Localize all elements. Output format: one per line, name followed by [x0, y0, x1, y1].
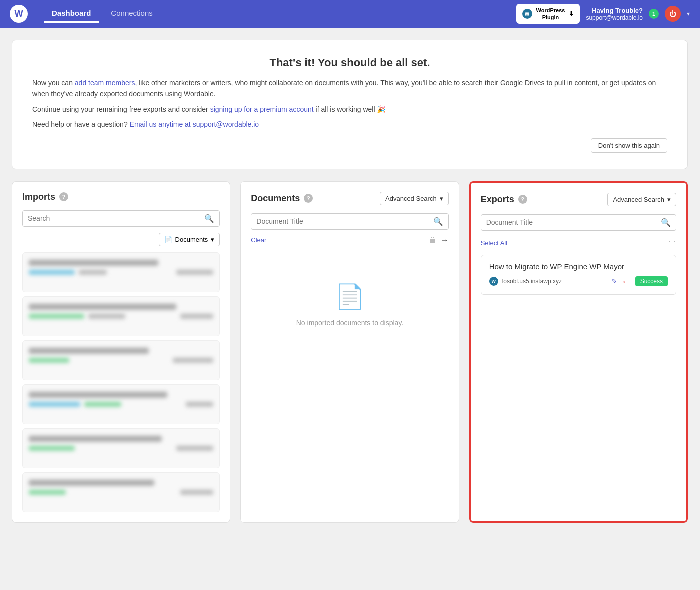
blur-status-6 [180, 490, 214, 495]
wordpress-icon: W [522, 9, 532, 19]
documents-search-input[interactable] [256, 218, 429, 226]
doc-arrow-icon[interactable]: → [441, 236, 449, 245]
trouble-label: Having Trouble? [586, 7, 643, 14]
docs-filter-chevron: ▾ [211, 236, 214, 244]
select-all-link[interactable]: Select All [481, 240, 508, 247]
documents-header: Documents ? Advanced Search ▾ [251, 192, 448, 206]
documents-empty-state: 📄 No imported documents to display. [251, 253, 448, 357]
premium-account-link[interactable]: signing up for a premium account [210, 106, 314, 114]
exports-trash-icon[interactable]: 🗑 [668, 239, 676, 248]
documents-clear-link[interactable]: Clear [251, 236, 266, 244]
logo: W [10, 5, 28, 23]
imports-title-group: Imports ? [22, 192, 68, 202]
exports-title-group: Exports ? [481, 194, 528, 205]
exports-search-button[interactable]: 🔍 [661, 218, 671, 228]
blur-status-3 [173, 358, 214, 363]
select-all-row: Select All 🗑 [481, 237, 676, 250]
documents-adv-search-chevron: ▾ [440, 195, 444, 202]
export-edit-icon[interactable]: ✎ [612, 278, 618, 286]
exports-header: Exports ? Advanced Search ▾ [481, 193, 676, 206]
welcome-title: That's it! You should be all set. [32, 56, 668, 70]
blur-title-2 [29, 304, 176, 310]
support-area: Having Trouble? support@wordable.io [586, 7, 643, 22]
account-dropdown-arrow[interactable]: ▾ [687, 10, 690, 18]
blur-meta-1 [79, 270, 106, 275]
documents-search-box: 🔍 [251, 214, 448, 230]
blur-title-3 [29, 348, 149, 354]
blur-tag-4b [84, 402, 122, 407]
power-button[interactable]: ⏻ [665, 6, 681, 22]
imports-search-box: 🔍 [22, 210, 220, 227]
download-icon: ⬇ [569, 10, 574, 18]
imports-header: Imports ? [22, 192, 220, 202]
documents-title: Documents [251, 194, 300, 204]
documents-advanced-search-button[interactable]: Advanced Search ▾ [380, 192, 449, 206]
docs-filter-row: 📄 Documents ▾ [22, 233, 220, 246]
export-status-badge: Success [636, 276, 668, 286]
main-content: That's it! You should be all set. Now yo… [0, 28, 700, 535]
imports-panel: Imports ? 🔍 📄 Documents ▾ [12, 182, 230, 523]
blur-title-5 [29, 436, 162, 442]
documents-empty-message: No imported documents to display. [296, 319, 404, 327]
blur-tag-5 [29, 446, 75, 451]
export-arrow-icon: ← [622, 276, 632, 288]
support-email: support@wordable.io [586, 14, 643, 22]
email-support-link[interactable]: Email us anytime at support@wordable.io [130, 120, 260, 128]
imports-help-icon[interactable]: ? [60, 192, 68, 202]
doc-actions: 🗑 → [429, 236, 449, 245]
export-item-meta: W losobl.us5.instawp.xyz ✎ ← Success [490, 276, 668, 288]
navbar: W Dashboard Connections W WordPressPlugi… [0, 0, 700, 28]
blur-status-2 [180, 314, 214, 319]
blur-title-6 [29, 480, 154, 486]
exports-search-box: 🔍 [481, 214, 676, 231]
imports-list [22, 252, 220, 512]
add-team-members-link[interactable]: add team members [75, 79, 136, 87]
blur-tag-3 [29, 358, 70, 363]
import-item[interactable] [22, 428, 220, 468]
blur-tag-1 [29, 270, 75, 275]
blur-meta-2 [88, 314, 126, 319]
docs-filter-button[interactable]: 📄 Documents ▾ [159, 233, 220, 246]
docs-filter-label: Documents [176, 236, 208, 244]
notification-badge[interactable]: 1 [649, 9, 659, 19]
imports-title: Imports [22, 192, 56, 202]
blur-status-4 [186, 402, 214, 407]
docs-icon: 📄 [164, 236, 172, 244]
nav-dashboard[interactable]: Dashboard [44, 5, 99, 23]
blur-status-1 [176, 270, 214, 275]
documents-empty-icon: 📄 [335, 283, 365, 311]
nav-links: Dashboard Connections [44, 5, 500, 23]
exports-adv-search-label: Advanced Search [613, 196, 664, 204]
panels-row: Imports ? 🔍 📄 Documents ▾ [12, 182, 688, 523]
import-item[interactable] [22, 252, 220, 292]
navbar-right: W WordPressPlugin ⬇ Having Trouble? supp… [516, 4, 690, 24]
blur-title-4 [29, 392, 168, 398]
documents-help-icon[interactable]: ? [304, 194, 313, 203]
import-item[interactable] [22, 340, 220, 380]
exports-title: Exports [481, 194, 514, 205]
documents-adv-search-label: Advanced Search [386, 195, 437, 202]
exports-help-icon[interactable]: ? [518, 195, 528, 204]
blur-title-1 [29, 260, 158, 266]
doc-trash-icon[interactable]: 🗑 [429, 236, 437, 245]
welcome-line1: Now you can add team members, like other… [32, 78, 668, 100]
export-item[interactable]: How to Migrate to WP Engine WP Mayor W l… [481, 255, 676, 295]
documents-panel: Documents ? Advanced Search ▾ 🔍 Clear 🗑 … [240, 182, 459, 523]
exports-search-input[interactable] [486, 218, 657, 226]
dont-show-button[interactable]: Don't show this again [591, 138, 668, 153]
export-site-url: losobl.us5.instawp.xyz [502, 278, 608, 285]
documents-search-button[interactable]: 🔍 [434, 217, 444, 226]
welcome-banner: That's it! You should be all set. Now yo… [12, 40, 688, 170]
wp-btn-label: WordPressPlugin [536, 7, 566, 22]
imports-search-input[interactable] [28, 214, 200, 222]
nav-connections[interactable]: Connections [103, 5, 160, 23]
wordpress-plugin-button[interactable]: W WordPressPlugin ⬇ [516, 4, 580, 24]
imports-search-button[interactable]: 🔍 [204, 214, 214, 224]
exports-panel: Exports ? Advanced Search ▾ 🔍 Select All… [470, 182, 688, 523]
import-item[interactable] [22, 384, 220, 424]
import-item[interactable] [22, 296, 220, 336]
documents-title-group: Documents ? [251, 194, 313, 204]
blur-status-5 [176, 446, 214, 451]
import-item[interactable] [22, 472, 220, 512]
exports-advanced-search-button[interactable]: Advanced Search ▾ [608, 193, 676, 206]
